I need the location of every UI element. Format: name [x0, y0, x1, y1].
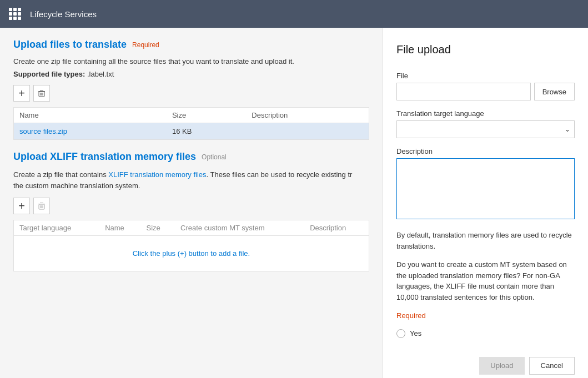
- section2-delete-button[interactable]: [33, 198, 50, 214]
- translation-lang-form-group: Translation target language ⌄: [396, 109, 575, 138]
- file-text-input[interactable]: [396, 83, 531, 100]
- supported-value: .label.txt: [87, 70, 114, 78]
- translation-lang-label: Translation target language: [396, 109, 575, 118]
- xliff-empty-text: Click the plus (+) button to add a file.: [14, 236, 369, 271]
- section1-title: Upload files to translate Required: [13, 39, 369, 51]
- section2-table: Target language Name Size Create custom …: [13, 220, 369, 271]
- section2-add-button[interactable]: +: [13, 198, 30, 214]
- xliff-link[interactable]: XLIFF translation memory files: [108, 170, 206, 179]
- xliff-col-create-mt: Create custom MT system: [175, 220, 304, 236]
- file-name-link[interactable]: source files.zip: [19, 127, 67, 135]
- xliff-col-size: Size: [140, 220, 175, 236]
- svg-rect-7: [40, 203, 43, 203]
- file-size: 16 KB: [167, 123, 246, 140]
- xliff-col-target-lang: Target language: [14, 220, 100, 236]
- panel-info-2: Do you want to create a custom MT system…: [396, 259, 575, 303]
- section2-heading: Upload XLIFF translation memory files: [13, 151, 196, 163]
- right-panel: File upload File Browse Translation targ…: [383, 28, 588, 378]
- panel-footer: Upload Cancel: [396, 351, 575, 375]
- description-form-group: Description: [396, 147, 575, 221]
- description-label: Description: [396, 147, 575, 155]
- col-description: Description: [246, 108, 369, 123]
- section1-delete-button[interactable]: [33, 85, 50, 102]
- section1-add-button[interactable]: +: [13, 85, 30, 102]
- file-form-group: File Browse: [396, 72, 575, 100]
- upload-button[interactable]: Upload: [479, 357, 524, 375]
- section1-supported-types: Supported file types: .label.txt: [13, 70, 369, 78]
- section2-description: Create a zip file that contains XLIFF tr…: [13, 169, 369, 191]
- panel-info-1: By default, translation memory files are…: [396, 230, 575, 251]
- description-textarea[interactable]: [396, 158, 575, 219]
- section1-description: Create one zip file containing all the s…: [13, 57, 369, 65]
- section1-table: Name Size Description source files.zip 1…: [13, 107, 369, 140]
- section1-required-badge: Required: [132, 41, 159, 49]
- yes-radio-button[interactable]: [396, 329, 405, 338]
- section2-title: Upload XLIFF translation memory files Op…: [13, 151, 369, 163]
- section2-toolbar: +: [13, 198, 369, 214]
- section1-heading: Upload files to translate: [13, 39, 127, 51]
- col-name: Name: [14, 108, 167, 123]
- panel-title: File upload: [396, 43, 575, 56]
- file-label: File: [396, 72, 575, 80]
- top-nav: Lifecycle Services: [0, 0, 588, 28]
- yes-radio-row: Yes: [396, 329, 575, 338]
- file-desc: [246, 123, 369, 140]
- xliff-empty-row: Click the plus (+) button to add a file.: [14, 236, 369, 271]
- translation-lang-select[interactable]: [396, 120, 575, 138]
- translation-lang-select-wrapper: ⌄: [396, 120, 575, 138]
- col-size: Size: [167, 108, 246, 123]
- app-menu-icon[interactable]: [9, 8, 21, 20]
- table-row[interactable]: source files.zip 16 KB: [14, 123, 369, 140]
- left-content: Upload files to translate Required Creat…: [0, 28, 383, 378]
- supported-label: Supported file types:: [13, 70, 85, 78]
- cancel-button[interactable]: Cancel: [529, 357, 575, 375]
- browse-button[interactable]: Browse: [534, 83, 575, 100]
- xliff-col-desc: Description: [304, 220, 369, 236]
- svg-rect-1: [40, 90, 43, 90]
- main-layout: Upload files to translate Required Creat…: [0, 28, 588, 378]
- panel-required-text: Required: [396, 310, 575, 321]
- app-title: Lifecycle Services: [30, 9, 97, 19]
- file-input-row: Browse: [396, 83, 575, 100]
- section2-optional-badge: Optional: [202, 153, 227, 161]
- section1-toolbar: +: [13, 85, 369, 102]
- xliff-col-name: Name: [99, 220, 140, 236]
- yes-radio-label: Yes: [410, 329, 421, 337]
